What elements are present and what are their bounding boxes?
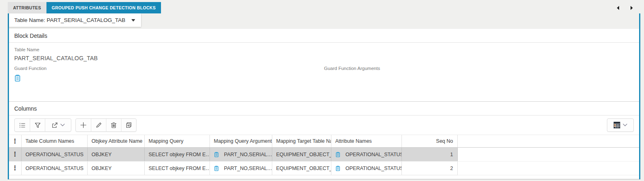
header-mapping-query-arguments[interactable]: Mapping Query Arguments [210,135,272,148]
chevron-down-icon [131,19,135,22]
guard-function-field: Guard Function [14,62,324,83]
table-name-value: PART_SERIAL_CATALOG_TAB [14,55,324,62]
tab-nav [616,2,636,13]
guard-function-label: Guard Function [14,66,324,71]
header-row-menu[interactable]: ⋮ [9,135,21,148]
duplicate-icon [126,122,132,128]
note-icon[interactable] [335,152,340,157]
columns-table-body: ⋮ OPERATIONAL_STATUS OBJKEY SELECT objke… [9,148,639,175]
block-details-title: Block Details [9,29,639,43]
columns-section: Columns [9,101,639,179]
kebab-icon: ⋮ [12,164,18,172]
header-attribute-names[interactable]: Attribute Names [331,135,401,148]
columns-title: Columns [9,102,639,116]
cell-attribute-names: OPERATIONAL_STATUS [331,148,401,161]
columns-table-header-row: ⋮ Table Column Names Objkey Attribute Na… [9,135,639,148]
guard-function-arguments-field: Guard Function Arguments [324,62,634,83]
header-mapping-query[interactable]: Mapping Query [144,135,210,148]
cell-mapping-query-arguments: PART_NO,SERIAL… [210,148,272,161]
table-view-group [607,118,634,132]
cell-text: OPERATIONAL_STATUS [346,152,402,157]
table-name-label: Table Name [14,47,324,52]
cell-mapping-query-arguments: PART_NO,SERIAL… [210,161,272,175]
note-icon[interactable] [214,152,219,157]
block-details-form: Table Name PART_SERIAL_CATALOG_TAB Guard… [9,43,639,83]
cell-seq-no: 1 [401,148,457,161]
export-icon [52,122,58,128]
cell-objkey-attribute-name: OBJKEY [87,148,144,161]
table-view-button[interactable] [607,119,633,131]
header-seq-no[interactable]: Seq No [401,135,457,148]
cell-attribute-names: OPERATIONAL_STATUS_DB [331,161,401,175]
edit-button[interactable] [91,119,106,131]
delete-icon [111,122,117,128]
tab-grouped-push-change-detection-blocks[interactable]: GROUPED PUSH CHANGE DETECTION BLOCKS [46,2,161,13]
kebab-icon: ⋮ [12,150,18,158]
list-view-button[interactable] [15,119,30,131]
note-icon[interactable] [214,166,219,171]
delete-button[interactable] [106,119,121,131]
export-button[interactable] [45,119,71,131]
cell-text: PART_NO,SERIAL… [224,166,272,171]
cell-filler [457,148,639,161]
tab-bar: ATTRIBUTES GROUPED PUSH CHANGE DETECTION… [0,0,644,13]
header-mapping-target-table-name[interactable]: Mapping Target Table Name [272,135,331,148]
cell-seq-no: 2 [401,161,457,175]
row-menu[interactable]: ⋮ [9,161,21,175]
next-tab-icon[interactable] [630,6,633,10]
chevron-down-icon [623,124,627,126]
cell-mapping-query: SELECT objkey FROM E… [144,161,210,175]
cell-text: PART_NO,SERIAL… [224,152,272,157]
header-filler [457,135,639,148]
grouped-push-panel: Table Name: PART_SERIAL_CATALOG_TAB Bloc… [8,13,640,179]
columns-table: ⋮ Table Column Names Objkey Attribute Na… [9,135,639,175]
columns-toolbar [9,116,639,135]
filter-icon [35,122,41,128]
add-icon [80,122,86,128]
cell-text: OPERATIONAL_STATUS_DB [346,166,402,171]
tab-attributes[interactable]: ATTRIBUTES [8,2,46,13]
list-icon [19,122,26,128]
view-button-group [14,118,71,132]
chevron-down-icon [60,124,65,126]
table-name-selector[interactable]: Table Name: PART_SERIAL_CATALOG_TAB [9,13,141,27]
table-row[interactable]: ⋮ OPERATIONAL_STATUS OBJKEY SELECT objke… [9,148,639,161]
kebab-icon: ⋮ [12,137,18,145]
cell-table-column-names: OPERATIONAL_STATUS [21,161,87,175]
guard-function-arguments-label: Guard Function Arguments [324,66,634,71]
cell-table-column-names: OPERATIONAL_STATUS [21,148,87,161]
add-button[interactable] [76,119,91,131]
note-icon[interactable] [335,166,340,171]
edit-button-group [75,118,137,132]
form-right-spacer [324,44,634,62]
cell-mapping-target-table-name: EQUIPMENT_OBJECT_TAB [272,161,331,175]
table-selector-row: Table Name: PART_SERIAL_CATALOG_TAB [9,13,639,29]
cell-filler [457,161,639,175]
table-view-icon [613,122,620,129]
panel-content: Block Details Table Name PART_SERIAL_CAT… [9,29,639,179]
filter-button[interactable] [30,119,45,131]
header-objkey-attribute-name[interactable]: Objkey Attribute Name [87,135,144,148]
table-row[interactable]: ⋮ OPERATIONAL_STATUS OBJKEY SELECT objke… [9,161,639,175]
cell-mapping-query: SELECT objkey FROM E… [144,148,210,161]
duplicate-button[interactable] [121,119,136,131]
table-name-selector-label: Table Name: PART_SERIAL_CATALOG_TAB [14,17,126,23]
header-table-column-names[interactable]: Table Column Names [21,135,87,148]
prev-tab-icon[interactable] [616,6,620,10]
cell-mapping-target-table-name: EQUIPMENT_OBJECT_TAB [272,148,331,161]
row-menu[interactable]: ⋮ [9,148,21,161]
table-name-field: Table Name PART_SERIAL_CATALOG_TAB [14,44,324,62]
block-details-spacer [9,83,639,101]
note-icon[interactable] [14,74,23,82]
cell-objkey-attribute-name: OBJKEY [87,161,144,175]
edit-icon [96,122,102,128]
